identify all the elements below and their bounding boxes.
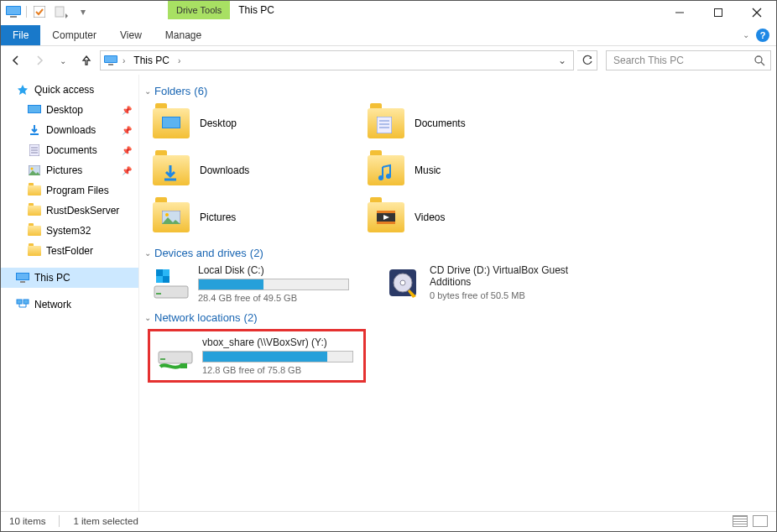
svg-rect-11 (108, 64, 113, 65)
chevron-right-icon[interactable]: › (121, 56, 127, 65)
section-count: (2) (250, 247, 263, 259)
window-controls (660, 1, 776, 24)
drive-local-disk[interactable]: Local Disk (C:) 28.4 GB free of 49.5 GB (153, 264, 362, 303)
sidebar-item-system32[interactable]: System32 (1, 221, 138, 241)
svg-rect-27 (23, 300, 29, 304)
status-separator (59, 515, 60, 527)
cd-drive-icon (384, 264, 421, 301)
sidebar-label: Program Files (46, 185, 109, 196)
folder-icon (28, 184, 41, 197)
sidebar-label: Downloads (46, 124, 96, 136)
svg-line-13 (761, 62, 764, 65)
breadcrumb-location[interactable]: This PC (128, 55, 175, 66)
svg-rect-10 (105, 56, 117, 62)
sidebar-label: Network (34, 299, 71, 310)
network-drive-icon (157, 336, 194, 373)
pin-icon: 📌 (122, 166, 132, 175)
sidebar-item-this-pc[interactable]: This PC (1, 268, 138, 288)
folder-label: Pictures (200, 211, 236, 223)
drive-cd[interactable]: CD Drive (D:) VirtualBox Guest Additions… (384, 264, 594, 303)
section-header-network[interactable]: ⌄ Network locations (2) (144, 311, 771, 324)
search-icon[interactable] (754, 55, 765, 66)
recent-locations-dropdown[interactable]: ⌄ (53, 50, 73, 70)
sidebar-item-rustdeskserver[interactable]: RustDeskServer (1, 201, 138, 221)
status-item-count: 10 items (9, 516, 45, 526)
folder-videos[interactable]: Videos (368, 196, 577, 238)
folder-label: Desktop (200, 117, 237, 129)
sidebar-label: System32 (46, 225, 91, 237)
sidebar-item-program-files[interactable]: Program Files (1, 180, 138, 201)
folder-icon (153, 108, 190, 138)
drive-tools-contextual-tab[interactable]: Drive Tools (168, 1, 230, 19)
forward-button[interactable] (29, 50, 50, 70)
folders-grid: Desktop Documents Downloads Music Pictur… (153, 102, 771, 238)
svg-point-39 (386, 174, 391, 179)
properties-checkbox-icon[interactable] (30, 3, 49, 21)
section-header-drives[interactable]: ⌄ Devices and drives (2) (144, 247, 771, 259)
svg-rect-50 (163, 276, 169, 283)
large-icons-view-icon[interactable] (753, 515, 768, 527)
folder-downloads[interactable]: Downloads (153, 149, 362, 191)
minimize-button[interactable] (660, 1, 699, 24)
drive-usage-bar (202, 351, 353, 362)
folder-label: Downloads (200, 164, 249, 176)
ribbon-expand-icon[interactable]: ⌄ (743, 30, 749, 39)
section-count: (2) (244, 311, 258, 324)
close-button[interactable] (738, 1, 776, 24)
pc-icon[interactable] (4, 3, 23, 21)
svg-rect-55 (160, 358, 165, 360)
tab-computer[interactable]: Computer (40, 25, 108, 45)
refresh-button[interactable] (577, 50, 597, 70)
sidebar-item-network[interactable]: Network (1, 295, 138, 315)
tab-view[interactable]: View (108, 25, 154, 45)
pc-icon (16, 271, 29, 284)
svg-rect-54 (159, 352, 192, 363)
folder-music[interactable]: Music (368, 149, 577, 191)
svg-rect-25 (20, 281, 25, 283)
details-view-icon[interactable] (733, 515, 748, 527)
maximize-button[interactable] (699, 1, 738, 24)
folder-documents[interactable]: Documents (368, 102, 577, 144)
svg-point-42 (165, 213, 169, 216)
sidebar-item-quick-access[interactable]: Quick access (1, 80, 138, 100)
folder-icon (368, 155, 404, 185)
up-button[interactable] (76, 50, 96, 70)
pin-icon: 📌 (122, 106, 132, 115)
svg-rect-32 (163, 117, 180, 128)
folder-label: Music (415, 164, 441, 176)
main-content: ⌄ Folders (6) Desktop Documents Download… (139, 75, 776, 511)
sidebar-item-desktop[interactable]: Desktop 📌 (1, 100, 138, 120)
tab-manage[interactable]: Manage (154, 25, 213, 45)
back-button[interactable] (6, 50, 26, 70)
help-icon[interactable]: ? (756, 29, 769, 42)
folder-icon (153, 202, 190, 232)
svg-rect-15 (29, 106, 40, 112)
drive-free-text: 12.8 GB free of 75.8 GB (202, 365, 357, 375)
sidebar-label: TestFolder (46, 245, 93, 257)
annotation-highlight: vbox_share (\\VBoxSvr) (Y:) 12.8 GB free… (148, 329, 366, 383)
svg-rect-24 (17, 274, 29, 279)
status-bar: 10 items 1 item selected (1, 511, 776, 529)
breadcrumb-dropdown-icon[interactable]: ⌄ (553, 55, 571, 66)
search-box[interactable] (606, 50, 771, 70)
section-header-folders[interactable]: ⌄ Folders (6) (144, 85, 771, 97)
chevron-down-icon: ⌄ (144, 86, 151, 96)
chevron-right-icon[interactable]: › (176, 56, 182, 65)
sidebar-item-downloads[interactable]: Downloads 📌 (1, 120, 138, 140)
search-input[interactable] (612, 54, 754, 67)
drive-name: vbox_share (\\VBoxSvr) (Y:) (202, 336, 357, 348)
network-drive-vbox-share[interactable]: vbox_share (\\VBoxSvr) (Y:) 12.8 GB free… (157, 336, 357, 375)
drive-name: CD Drive (D:) VirtualBox Guest Additions (430, 264, 594, 288)
tab-file[interactable]: File (1, 25, 40, 45)
sidebar-label: Pictures (46, 164, 82, 176)
new-dropdown-icon[interactable] (52, 3, 70, 21)
folder-desktop[interactable]: Desktop (153, 102, 362, 144)
qat-customize-icon[interactable]: ▾ (74, 3, 92, 21)
sidebar-item-documents[interactable]: Documents 📌 (1, 140, 138, 160)
folder-label: Videos (415, 211, 445, 223)
folder-pictures[interactable]: Pictures (153, 196, 362, 238)
breadcrumb[interactable]: › This PC › ⌄ (100, 50, 574, 70)
chevron-down-icon: ⌄ (144, 313, 151, 322)
sidebar-item-testfolder[interactable]: TestFolder (1, 241, 138, 261)
sidebar-item-pictures[interactable]: Pictures 📌 (1, 160, 138, 180)
